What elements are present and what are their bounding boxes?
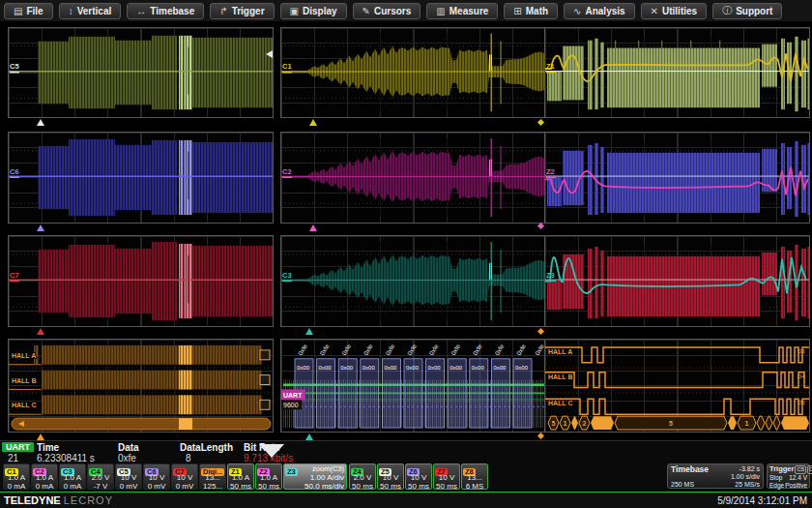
- descriptor-z1[interactable]: Z11.0 A50 ms: [227, 463, 254, 490]
- d4-label: D4: [798, 374, 805, 379]
- descriptor-c1[interactable]: C11.0 A0 mA: [3, 463, 30, 490]
- decode-rotated-value: 0xfe: [297, 343, 308, 356]
- menu-analysis[interactable]: ∿Analysis: [564, 3, 635, 19]
- descriptor-c6[interactable]: C610 V0 mV: [143, 463, 170, 490]
- zoom-marker-z8[interactable]: [537, 328, 544, 335]
- descriptor-digital[interactable]: Digi...13...125...: [199, 463, 226, 490]
- menu-label: Support: [736, 6, 772, 16]
- menu-math[interactable]: ⊞Math: [504, 3, 558, 19]
- vertical-icon: ↕: [69, 6, 73, 16]
- col-header-datalength: DataLength: [180, 442, 233, 453]
- hall-c-label: HALL C: [548, 400, 573, 406]
- trigger-marker-c2[interactable]: [309, 224, 317, 231]
- descriptor-z8[interactable]: Z813...6 MS: [461, 463, 488, 490]
- timebase-scale: 1.00 s/div: [731, 473, 760, 481]
- menu-display[interactable]: ▣Display: [280, 3, 347, 19]
- collapse-table-button[interactable]: [259, 444, 284, 458]
- decode-rotated-value: 0xfe: [493, 343, 505, 356]
- descriptor-c2[interactable]: C21.0 A0 mA: [31, 463, 58, 490]
- cursors-icon: ✎: [362, 6, 370, 16]
- grid-c1-waveform[interactable]: C1: [280, 27, 546, 118]
- hall-b-label: HALL B: [12, 377, 37, 384]
- zoom-marker-z8-end[interactable]: [537, 433, 544, 439]
- menu-vertical[interactable]: ↕Vertical: [59, 3, 122, 19]
- trigger-level: 12.4 V: [789, 474, 807, 482]
- menu-support[interactable]: ⓘSupport: [712, 3, 782, 19]
- uart-table-badge[interactable]: UART: [2, 442, 34, 452]
- c1-trace: C1: [281, 28, 545, 117]
- menu-label: Vertical: [77, 6, 112, 16]
- trigger-marker-c6[interactable]: [37, 224, 44, 231]
- trigger-marker-decode[interactable]: [305, 433, 313, 440]
- grid-z2-waveform[interactable]: Z2: [544, 132, 810, 224]
- menu-label: Measure: [450, 6, 489, 16]
- descriptor-z5[interactable]: Z510 V50 ms: [377, 463, 404, 490]
- menu-measure[interactable]: ▥Measure: [426, 3, 498, 19]
- trigger-marker-digital[interactable]: [37, 433, 44, 440]
- descriptor-z3-selected[interactable]: Z3zoom(C3)1.00 A/div50.0 ms/div: [283, 463, 347, 490]
- uart-decoder-badge[interactable]: UART: [283, 392, 303, 399]
- menu-file[interactable]: ▤File: [4, 3, 53, 19]
- grid-c2-waveform[interactable]: C2: [280, 132, 546, 224]
- trigger-marker-c7[interactable]: [37, 328, 44, 335]
- descriptor-z4[interactable]: Z42.0 V50 ms: [349, 463, 376, 490]
- c3-offset: 0 mA: [60, 482, 85, 490]
- grid-z1-waveform[interactable]: Z1: [544, 27, 810, 118]
- timebase-box[interactable]: Timebase-3.82 s 1.00 s/div 250 MS25 MS/s: [667, 463, 764, 489]
- col-header-data: Data: [118, 442, 139, 453]
- z1-z5-traces: Z1: [545, 28, 809, 117]
- trigger-marker-c3[interactable]: [305, 328, 313, 335]
- grid-hall-digital-full[interactable]: HALL A HALL B HALL C: [8, 339, 274, 433]
- grid-c6-waveform[interactable]: C6: [8, 132, 274, 224]
- descriptor-z2[interactable]: Z21.0 A50 ms: [255, 463, 282, 490]
- descriptor-c4[interactable]: C42.0 V-7 V: [87, 463, 114, 490]
- menu-cursors[interactable]: ✎Cursors: [353, 3, 421, 19]
- decode-rotated-value: 0xfe: [427, 343, 439, 356]
- trigger-marker-c1[interactable]: [309, 119, 317, 126]
- decode-rotated-value: 0xfe: [472, 343, 483, 356]
- decode-value: 0x00: [319, 365, 333, 371]
- trigger-level-marker[interactable]: [266, 50, 273, 58]
- bus-value: 1: [564, 420, 567, 427]
- oscilloscope-screen: ▤File ↕Vertical ↔Timebase ↱Trigger ▣Disp…: [0, 0, 812, 508]
- menu-timebase[interactable]: ↔Timebase: [127, 3, 204, 19]
- brand-light: LECROY: [64, 494, 113, 506]
- trigger-box[interactable]: TriggerC5DC Stop12.4 V EdgePositive: [767, 463, 810, 489]
- z8-line2: 6 MS: [462, 482, 487, 490]
- grid-uart-decode[interactable]: 0x00 0x00 0x00 0x00 0x00 0x00 0x00 0x00 …: [280, 339, 546, 433]
- c6-trace: C6: [9, 133, 273, 223]
- menu-utilities[interactable]: ✕Utilities: [641, 3, 708, 19]
- zoom-marker-z1[interactable]: [537, 119, 544, 126]
- grid-z3-waveform[interactable]: Z3: [544, 235, 810, 327]
- hall-a-label: HALL A: [12, 352, 36, 359]
- descriptor-z7[interactable]: Z710 V50 ms: [433, 463, 460, 490]
- descriptor-c5[interactable]: C510 V0 mV: [115, 463, 142, 490]
- channel-strip: C11.0 A0 mA C21.0 A0 mA C31.0 A0 mA C42.…: [0, 463, 812, 492]
- file-icon: ▤: [14, 6, 22, 16]
- c3-trace: C3: [281, 236, 545, 326]
- grid-hall-digital-zoom[interactable]: 5 1 2 5 1 HALL A HALL B HALL C D3 D4 D5: [544, 339, 810, 433]
- descriptor-c3[interactable]: C31.0 A0 mA: [59, 463, 86, 490]
- descriptor-z6[interactable]: Z610 V50 ms: [405, 463, 432, 490]
- z4-time: 50 ms: [350, 482, 375, 490]
- zoom-label: Z2: [546, 167, 555, 176]
- descriptor-c7[interactable]: C710 V0 mV: [171, 463, 198, 490]
- grid-c5-waveform[interactable]: C5: [8, 27, 274, 118]
- grid-c7-waveform[interactable]: C7: [8, 235, 274, 327]
- trigger-marker-c5[interactable]: [37, 119, 44, 126]
- z1-time: 50 ms: [228, 482, 253, 490]
- menu-trigger[interactable]: ↱Trigger: [210, 3, 274, 19]
- decode-rotated-value: 0xfe: [406, 343, 418, 356]
- decode-rotated-value: 0xfe: [362, 343, 374, 356]
- decode-value: 0x00: [340, 365, 354, 371]
- utilities-icon: ✕: [651, 6, 658, 16]
- menu-label: File: [26, 6, 43, 16]
- c2-trace: C2: [281, 133, 545, 223]
- zoom-marker-z2[interactable]: [537, 223, 544, 229]
- hall-digital-traces: HALL A HALL B HALL C: [9, 340, 273, 432]
- grid-c3-waveform[interactable]: C3: [280, 235, 546, 327]
- decode-value: 0x00: [428, 365, 442, 371]
- channel-label: C2: [282, 167, 292, 176]
- timebase-offset: -3.82 s: [740, 465, 760, 473]
- uart-result-table: UART Time Data DataLength Bit Rate 21 6.…: [0, 440, 812, 463]
